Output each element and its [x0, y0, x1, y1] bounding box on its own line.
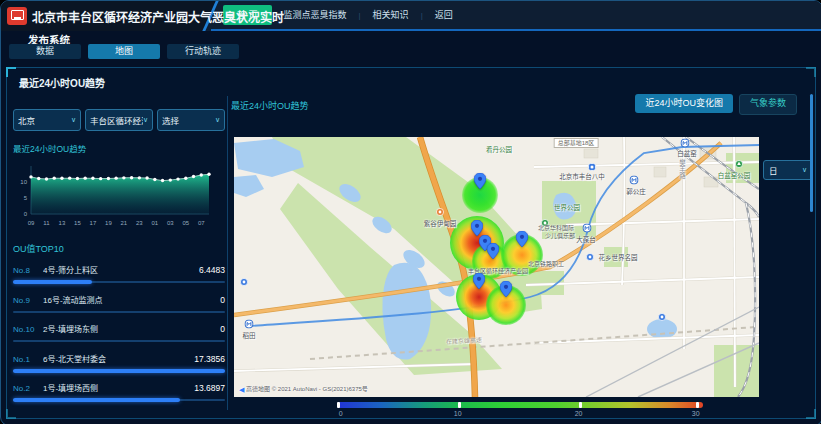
progress-fill	[13, 369, 225, 373]
station-marker-icon[interactable]	[471, 220, 483, 236]
scrollbar-thumb[interactable]	[810, 94, 813, 212]
progress-track	[13, 340, 225, 342]
map-label: 花乡世界名园	[599, 255, 638, 262]
map-label: 世界公园	[554, 205, 580, 212]
station-marker-icon[interactable]	[473, 273, 485, 289]
nav-odor-index[interactable]: 监测点恶臭指数	[272, 5, 359, 25]
ou-trend-chart: 0510091113151719212301030507	[13, 158, 225, 234]
nav-back[interactable]: 返回	[423, 5, 465, 25]
map-label: 总部基地18区	[554, 138, 599, 148]
map-label: 北京市丰台八中	[559, 174, 605, 181]
station-marker-icon[interactable]	[500, 281, 512, 297]
map-attribution: ◀ 高德地图 © 2021 AutoNavi - GS(2021)6375号	[239, 384, 368, 394]
ou-value: 13.6897	[194, 383, 225, 393]
poi-orange-map-icon[interactable]	[436, 208, 444, 216]
ou-value: 0	[220, 324, 225, 334]
svg-text:13: 13	[59, 220, 66, 226]
colorbar-label: 20	[575, 410, 583, 417]
progress-track	[13, 281, 225, 283]
panel-corner-accent	[806, 409, 816, 419]
ou-value: 17.3856	[194, 354, 225, 364]
svg-text:23: 23	[136, 220, 143, 226]
view-tabs: 数据 地图 行动轨迹	[9, 44, 239, 59]
tab-map[interactable]: 地图	[88, 44, 160, 59]
tab-data[interactable]: 数据	[9, 44, 81, 59]
map-label: 郭公庄	[626, 189, 646, 196]
main-nav: 首 页 监测点恶臭指数 | 相关知识 | 返回	[211, 1, 821, 31]
top10-row[interactable]: No.8 4号-筛分上料区 6.4483	[13, 261, 225, 291]
metro-map-icon[interactable]	[245, 320, 254, 329]
colorbar-tick-mark	[337, 402, 340, 408]
map-canvas[interactable]: 看丹公园总部基地18区北京市丰台八中郭公庄白盆窑樊羊路白盆窑公园世界公园大葆台紫…	[234, 137, 759, 397]
city-select[interactable]: 北京 ∨	[13, 109, 81, 131]
map-label: 北京华科国际	[538, 225, 574, 231]
map-label: 白盆窑公园	[718, 173, 751, 180]
svg-text:19: 19	[105, 220, 112, 226]
station-marker-icon[interactable]	[516, 231, 528, 247]
poi-blue-map-icon[interactable]	[240, 278, 248, 286]
progress-track	[13, 370, 225, 372]
app-logo-icon	[7, 7, 27, 25]
svg-text:0: 0	[24, 211, 28, 217]
period-select[interactable]: 日 ∨	[763, 160, 813, 180]
metro-map-icon[interactable]	[630, 176, 639, 185]
colorbar-label: 10	[454, 410, 462, 417]
colorbar-tick-mark	[458, 402, 461, 408]
rank-badge: No.8	[13, 266, 43, 275]
district-select-value: 丰台区循环经济产	[90, 114, 143, 126]
panel-corner-accent	[6, 67, 16, 77]
city-select-value: 北京	[18, 114, 71, 126]
progress-fill	[13, 280, 92, 284]
top10-title: OU值TOP10	[13, 242, 225, 255]
district-select[interactable]: 丰台区循环经济产 ∨	[85, 109, 153, 131]
station-marker-icon[interactable]	[487, 243, 499, 259]
school-map-icon[interactable]	[588, 163, 596, 171]
station-label: 16号-流动监测点	[43, 294, 220, 305]
top10-row[interactable]: No.2 1号-填埋场西侧 13.6897	[13, 379, 225, 409]
map-label: 白盆窑	[677, 151, 697, 158]
metro-map-icon[interactable]	[583, 224, 592, 233]
ou-change-chart-button[interactable]: 近24小时OU变化图	[635, 94, 733, 113]
chevron-down-icon: ∨	[215, 116, 220, 124]
weather-params-button[interactable]: 气象参数	[739, 94, 797, 115]
nav-knowledge[interactable]: 相关知识	[361, 5, 421, 25]
left-sidebar: 北京 ∨ 丰台区循环经济产 ∨ 选择 ∨ 最近24小时OU趋势	[13, 106, 225, 409]
progress-track	[13, 311, 225, 313]
top10-row[interactable]: No.1 6号-北天堂村委会 17.3856	[13, 350, 225, 380]
colorbar-label: 30	[692, 410, 700, 417]
trend-chart-title: 最近24小时OU趋势	[13, 142, 225, 154]
colorbar-labels: 0 10 20 30	[337, 410, 703, 420]
rank-badge: No.10	[13, 325, 43, 334]
map-label: 紫谷伊甸园	[424, 221, 457, 228]
progress-track	[13, 399, 225, 401]
station-label: 4号-筛分上料区	[43, 264, 199, 275]
ou-value: 0	[220, 295, 225, 305]
heatmap-colorbar	[337, 402, 703, 408]
station-marker-icon[interactable]	[474, 173, 486, 189]
svg-text:5: 5	[24, 195, 28, 201]
map-label: 稻田	[243, 333, 256, 340]
svg-text:09: 09	[28, 220, 35, 226]
site-select[interactable]: 选择 ∨	[157, 109, 225, 131]
poi-blue-map-icon[interactable]	[658, 313, 666, 321]
top-header: 北京市丰台区循环经济产业园大气恶臭状况实时 首 页 监测点恶臭指数 | 相关知识…	[1, 1, 821, 31]
svg-text:05: 05	[182, 220, 189, 226]
period-select-value: 日	[769, 164, 802, 176]
park-ic-map-icon[interactable]	[735, 160, 743, 168]
svg-text:10: 10	[20, 179, 27, 185]
station-label: 6号-北天堂村委会	[43, 353, 194, 364]
colorbar-label: 0	[339, 410, 343, 417]
chevron-down-icon: ∨	[802, 166, 807, 174]
ou-value: 6.4483	[199, 265, 225, 275]
top10-row[interactable]: No.9 16号-流动监测点 0	[13, 291, 225, 321]
tab-track[interactable]: 行动轨迹	[167, 44, 239, 59]
map-label: 看丹公园	[486, 147, 512, 154]
app-screen: 北京市丰台区循环经济产业园大气恶臭状况实时 首 页 监测点恶臭指数 | 相关知识…	[0, 0, 821, 424]
metro-map-icon[interactable]	[681, 139, 690, 148]
colorbar-tick-mark	[696, 402, 699, 408]
top10-row[interactable]: No.10 2号-填埋场东侧 0	[13, 320, 225, 350]
poi-blue-map-icon[interactable]	[586, 253, 594, 261]
map-toolbar: 近24小时OU变化图 气象参数	[635, 94, 797, 115]
map-section-title: 最近24小时OU趋势	[231, 99, 309, 112]
column-divider	[227, 96, 228, 410]
